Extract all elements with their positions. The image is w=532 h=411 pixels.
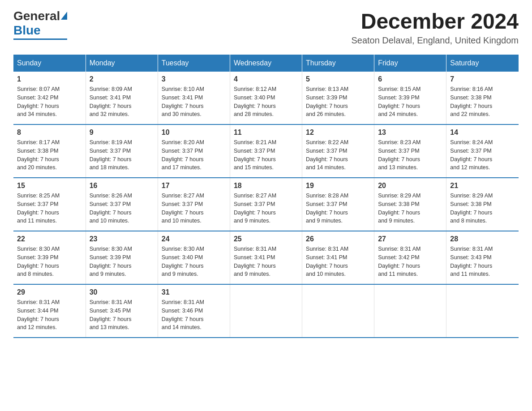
day-number: 16 <box>90 182 154 190</box>
calendar-cell: 6 Sunrise: 8:15 AM Sunset: 3:39 PM Dayli… <box>374 72 446 124</box>
day-number: 10 <box>162 128 226 137</box>
day-info: Sunrise: 8:16 AM Sunset: 3:38 PM Dayligh… <box>450 85 515 119</box>
day-number: 25 <box>234 235 298 243</box>
calendar-cell: 24 Sunrise: 8:30 AM Sunset: 3:40 PM Dayl… <box>158 231 230 284</box>
day-info: Sunrise: 8:09 AM Sunset: 3:41 PM Dayligh… <box>90 85 154 119</box>
day-number: 2 <box>90 75 154 83</box>
logo-blue-text: Blue <box>13 23 41 38</box>
calendar-cell: 27 Sunrise: 8:31 AM Sunset: 3:42 PM Dayl… <box>374 231 446 284</box>
day-number: 11 <box>234 128 298 137</box>
calendar-cell <box>302 284 374 338</box>
day-number: 1 <box>17 75 82 83</box>
day-info: Sunrise: 8:13 AM Sunset: 3:39 PM Dayligh… <box>306 85 370 119</box>
header-monday: Monday <box>86 55 158 72</box>
day-info: Sunrise: 8:28 AM Sunset: 3:37 PM Dayligh… <box>306 192 370 225</box>
day-number: 7 <box>450 75 515 83</box>
header-thursday: Thursday <box>302 55 374 72</box>
page-header: General Blue December 2024 Seaton Delava… <box>13 9 519 46</box>
week-row-3: 15 Sunrise: 8:25 AM Sunset: 3:37 PM Dayl… <box>13 178 519 231</box>
calendar-cell: 23 Sunrise: 8:30 AM Sunset: 3:39 PM Dayl… <box>86 231 158 284</box>
weekday-header-row: Sunday Monday Tuesday Wednesday Thursday… <box>13 55 519 72</box>
day-info: Sunrise: 8:30 AM Sunset: 3:39 PM Dayligh… <box>90 245 154 278</box>
calendar-cell: 8 Sunrise: 8:17 AM Sunset: 3:38 PM Dayli… <box>13 124 86 178</box>
month-title: December 2024 <box>351 9 519 34</box>
day-number: 13 <box>378 128 442 137</box>
day-info: Sunrise: 8:23 AM Sunset: 3:37 PM Dayligh… <box>378 138 442 172</box>
day-info: Sunrise: 8:17 AM Sunset: 3:38 PM Dayligh… <box>17 138 82 172</box>
header-friday: Friday <box>374 55 446 72</box>
day-info: Sunrise: 8:07 AM Sunset: 3:42 PM Dayligh… <box>17 85 82 119</box>
day-info: Sunrise: 8:24 AM Sunset: 3:37 PM Dayligh… <box>450 138 515 172</box>
day-info: Sunrise: 8:30 AM Sunset: 3:40 PM Dayligh… <box>162 245 226 278</box>
day-number: 18 <box>234 182 298 190</box>
logo: General Blue <box>13 9 67 40</box>
calendar-cell <box>374 284 446 338</box>
calendar-cell: 30 Sunrise: 8:31 AM Sunset: 3:45 PM Dayl… <box>86 284 158 338</box>
logo-general-text: General <box>13 9 60 23</box>
day-info: Sunrise: 8:31 AM Sunset: 3:42 PM Dayligh… <box>378 245 442 278</box>
day-number: 23 <box>90 235 154 243</box>
day-info: Sunrise: 8:29 AM Sunset: 3:38 PM Dayligh… <box>378 192 442 225</box>
header-wednesday: Wednesday <box>230 55 302 72</box>
day-info: Sunrise: 8:27 AM Sunset: 3:37 PM Dayligh… <box>162 192 226 225</box>
location-subtitle: Seaton Delaval, England, United Kingdom <box>351 35 519 46</box>
calendar-cell: 7 Sunrise: 8:16 AM Sunset: 3:38 PM Dayli… <box>446 72 519 124</box>
day-info: Sunrise: 8:27 AM Sunset: 3:37 PM Dayligh… <box>234 192 298 225</box>
week-row-4: 22 Sunrise: 8:30 AM Sunset: 3:39 PM Dayl… <box>13 231 519 284</box>
day-number: 30 <box>90 288 154 296</box>
logo-underline <box>13 39 67 40</box>
calendar-cell: 17 Sunrise: 8:27 AM Sunset: 3:37 PM Dayl… <box>158 178 230 231</box>
day-info: Sunrise: 8:31 AM Sunset: 3:44 PM Dayligh… <box>17 298 82 332</box>
calendar-cell: 4 Sunrise: 8:12 AM Sunset: 3:40 PM Dayli… <box>230 72 302 124</box>
day-info: Sunrise: 8:31 AM Sunset: 3:45 PM Dayligh… <box>90 298 154 332</box>
day-number: 3 <box>162 75 226 83</box>
calendar-cell: 9 Sunrise: 8:19 AM Sunset: 3:37 PM Dayli… <box>86 124 158 178</box>
day-info: Sunrise: 8:26 AM Sunset: 3:37 PM Dayligh… <box>90 192 154 225</box>
calendar-cell: 11 Sunrise: 8:21 AM Sunset: 3:37 PM Dayl… <box>230 124 302 178</box>
calendar-table: Sunday Monday Tuesday Wednesday Thursday… <box>13 55 519 338</box>
calendar-cell: 10 Sunrise: 8:20 AM Sunset: 3:37 PM Dayl… <box>158 124 230 178</box>
calendar-cell: 19 Sunrise: 8:28 AM Sunset: 3:37 PM Dayl… <box>302 178 374 231</box>
calendar-cell <box>446 284 519 338</box>
calendar-cell: 5 Sunrise: 8:13 AM Sunset: 3:39 PM Dayli… <box>302 72 374 124</box>
calendar-cell: 2 Sunrise: 8:09 AM Sunset: 3:41 PM Dayli… <box>86 72 158 124</box>
day-number: 12 <box>306 128 370 137</box>
day-number: 15 <box>17 182 82 190</box>
day-number: 21 <box>450 182 515 190</box>
day-number: 17 <box>162 182 226 190</box>
logo-triangle-icon <box>61 12 67 20</box>
day-info: Sunrise: 8:31 AM Sunset: 3:46 PM Dayligh… <box>162 298 226 332</box>
day-info: Sunrise: 8:21 AM Sunset: 3:37 PM Dayligh… <box>234 138 298 172</box>
calendar-cell <box>230 284 302 338</box>
day-number: 31 <box>162 288 226 296</box>
day-info: Sunrise: 8:25 AM Sunset: 3:37 PM Dayligh… <box>17 192 82 225</box>
day-info: Sunrise: 8:22 AM Sunset: 3:37 PM Dayligh… <box>306 138 370 172</box>
calendar-cell: 16 Sunrise: 8:26 AM Sunset: 3:37 PM Dayl… <box>86 178 158 231</box>
day-number: 5 <box>306 75 370 83</box>
header-sunday: Sunday <box>13 55 86 72</box>
week-row-5: 29 Sunrise: 8:31 AM Sunset: 3:44 PM Dayl… <box>13 284 519 338</box>
day-number: 14 <box>450 128 515 137</box>
day-info: Sunrise: 8:30 AM Sunset: 3:39 PM Dayligh… <box>17 245 82 278</box>
day-number: 24 <box>162 235 226 243</box>
calendar-cell: 28 Sunrise: 8:31 AM Sunset: 3:43 PM Dayl… <box>446 231 519 284</box>
day-info: Sunrise: 8:31 AM Sunset: 3:41 PM Dayligh… <box>234 245 298 278</box>
day-number: 26 <box>306 235 370 243</box>
day-number: 22 <box>17 235 82 243</box>
calendar-cell: 1 Sunrise: 8:07 AM Sunset: 3:42 PM Dayli… <box>13 72 86 124</box>
day-number: 9 <box>90 128 154 137</box>
day-number: 6 <box>378 75 442 83</box>
day-number: 28 <box>450 235 515 243</box>
day-info: Sunrise: 8:12 AM Sunset: 3:40 PM Dayligh… <box>234 85 298 119</box>
calendar-cell: 15 Sunrise: 8:25 AM Sunset: 3:37 PM Dayl… <box>13 178 86 231</box>
day-number: 20 <box>378 182 442 190</box>
week-row-1: 1 Sunrise: 8:07 AM Sunset: 3:42 PM Dayli… <box>13 72 519 124</box>
day-info: Sunrise: 8:15 AM Sunset: 3:39 PM Dayligh… <box>378 85 442 119</box>
day-info: Sunrise: 8:31 AM Sunset: 3:41 PM Dayligh… <box>306 245 370 278</box>
day-info: Sunrise: 8:10 AM Sunset: 3:41 PM Dayligh… <box>162 85 226 119</box>
day-number: 8 <box>17 128 82 137</box>
calendar-cell: 3 Sunrise: 8:10 AM Sunset: 3:41 PM Dayli… <box>158 72 230 124</box>
calendar-cell: 21 Sunrise: 8:29 AM Sunset: 3:38 PM Dayl… <box>446 178 519 231</box>
calendar-cell: 29 Sunrise: 8:31 AM Sunset: 3:44 PM Dayl… <box>13 284 86 338</box>
calendar-cell: 13 Sunrise: 8:23 AM Sunset: 3:37 PM Dayl… <box>374 124 446 178</box>
